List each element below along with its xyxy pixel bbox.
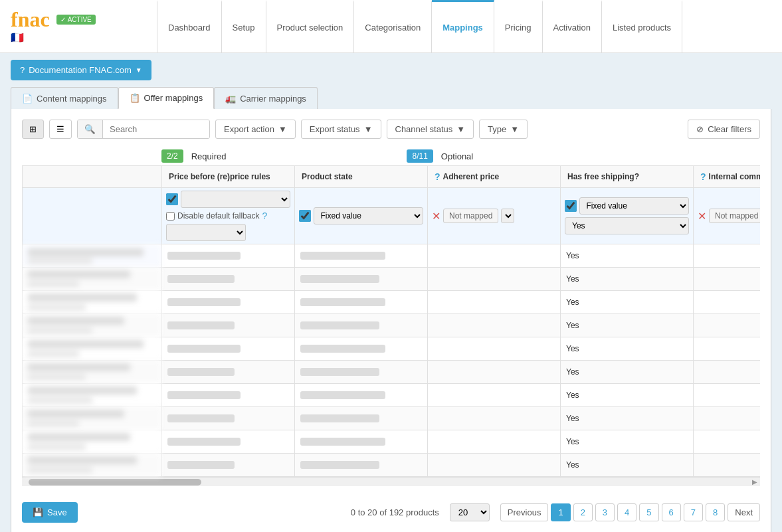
save-button[interactable]: 💾 Save (22, 502, 78, 523)
row-shipping-cell: Yes (561, 314, 694, 337)
filter-internal-comment-cell: ✕ Not mapped (694, 188, 761, 244)
filter-row: Disable default fallback ? (23, 188, 761, 244)
nav-tab-pricing[interactable]: Pricing (494, 0, 543, 52)
product-state-select[interactable]: Fixed value (314, 207, 423, 224)
internal-comment-x-icon[interactable]: ✕ (698, 210, 706, 222)
row-comment-cell (694, 430, 761, 454)
page-7-button[interactable]: 7 (684, 503, 703, 521)
previous-button[interactable]: Previous (500, 503, 549, 521)
offer-icon: 📋 (130, 93, 140, 103)
th-free-shipping: Has free shipping? (561, 166, 694, 188)
page-6-button[interactable]: 6 (662, 503, 681, 521)
row-adherent-cell (428, 337, 561, 361)
next-button[interactable]: Next (728, 503, 760, 521)
adherent-price-dropdown[interactable]: ▼ (501, 209, 514, 223)
scroll-bar[interactable]: ▶ (22, 477, 760, 486)
content-icon: 📄 (22, 94, 33, 104)
price-before-select[interactable] (181, 191, 290, 208)
nav-tab-product-selection[interactable]: Product selection (266, 0, 355, 52)
page-8-button[interactable]: 8 (706, 503, 725, 521)
page-size-select[interactable]: 20 50 100 (450, 503, 490, 521)
table-row: Yes (23, 454, 761, 477)
scroll-thumb[interactable] (29, 479, 201, 486)
carrier-icon: 🚛 (225, 94, 236, 104)
filter-product-cell (23, 188, 162, 244)
table-row: Yes (23, 430, 761, 454)
row-state-cell (295, 268, 428, 291)
price-before-extra-select[interactable] (166, 224, 246, 241)
page-4-button[interactable]: 4 (617, 503, 636, 521)
search-icon-button[interactable]: 🔍 (78, 120, 103, 138)
table-row: Yes (23, 244, 761, 268)
row-product-cell (23, 361, 162, 384)
nav-tab-mappings[interactable]: Mappings (432, 0, 494, 52)
product-state-checkbox[interactable] (299, 209, 311, 222)
internal-help-icon[interactable]: ? (700, 171, 706, 182)
required-badge: 2/2 (161, 149, 183, 163)
row-price-cell (162, 384, 295, 407)
section-badges: 2/2 Required 8/11 Optional (161, 149, 760, 163)
row-product-cell (23, 384, 162, 407)
th-free-shipping-label: Has free shipping? (567, 172, 639, 181)
row-product-cell (23, 337, 162, 361)
row-adherent-cell (428, 268, 561, 291)
type-button[interactable]: Type ▼ (479, 120, 528, 139)
clear-filters-button[interactable]: ⊘ Clear filters (688, 120, 760, 139)
free-shipping-checkbox[interactable] (565, 199, 577, 213)
row-comment-cell (694, 361, 761, 384)
list-view-button[interactable]: ☰ (49, 120, 72, 139)
page-2-button[interactable]: 2 (573, 503, 593, 521)
adherent-price-x-icon[interactable]: ✕ (432, 210, 440, 222)
adherent-price-not-mapped: Not mapped (443, 209, 498, 223)
filter-free-shipping-cell: Fixed value Yes (561, 188, 694, 244)
row-price-cell (162, 244, 295, 268)
row-state-cell (295, 454, 428, 477)
nav-tab-activation[interactable]: Activation (543, 0, 602, 52)
row-comment-cell (694, 291, 761, 314)
pagination-controls: 0 to 20 of 192 products 20 50 100 Previo… (351, 503, 760, 521)
search-input[interactable] (103, 120, 209, 138)
row-price-cell (162, 454, 295, 477)
mapping-tab-content[interactable]: 📄 Content mappings (11, 87, 118, 109)
row-shipping-cell: Yes (561, 384, 694, 407)
price-before-checkbox[interactable] (166, 193, 178, 206)
page-3-button[interactable]: 3 (595, 503, 615, 521)
row-state-cell (295, 407, 428, 430)
export-status-button[interactable]: Export status ▼ (301, 120, 381, 139)
brand-area: fnac ACTIVE 🇫🇷 (11, 9, 157, 44)
export-status-label: Export status (310, 124, 360, 134)
nav-tab-listed-products[interactable]: Listed products (602, 0, 682, 52)
row-product-cell (23, 314, 162, 337)
disable-fallback-checkbox[interactable] (166, 212, 175, 221)
grid-view-button[interactable]: ⊞ (22, 120, 44, 139)
nav-tab-categorisation[interactable]: Categorisation (354, 0, 432, 52)
page-1-button[interactable]: 1 (551, 503, 570, 521)
row-shipping-cell: Yes (561, 430, 694, 454)
fallback-help-icon[interactable]: ? (262, 211, 267, 221)
free-shipping-value-select[interactable]: Yes (565, 217, 689, 234)
sub-header: ? Documentation FNAC.com ▼ (0, 53, 782, 87)
disable-fallback-row: Disable default fallback ? (166, 211, 290, 221)
row-adherent-cell (428, 291, 561, 314)
nav-tab-dashboard[interactable]: Dashboard (157, 0, 222, 52)
adherent-help-icon[interactable]: ? (435, 171, 440, 182)
filter-adherent-price-cell: ✕ Not mapped ▼ (428, 188, 561, 244)
free-shipping-select[interactable]: Fixed value (579, 197, 689, 215)
mapping-tab-carrier[interactable]: 🚛 Carrier mappings (214, 87, 318, 109)
question-icon: ? (20, 65, 25, 75)
save-label: Save (47, 507, 67, 517)
type-label: Type (488, 124, 506, 134)
export-action-button[interactable]: Export action ▼ (215, 120, 296, 139)
row-price-cell (162, 430, 295, 454)
row-comment-cell (694, 244, 761, 268)
channel-status-button[interactable]: Channel status ▼ (387, 120, 474, 139)
row-adherent-cell (428, 244, 561, 268)
optional-label: Optional (441, 151, 473, 161)
doc-button[interactable]: ? Documentation FNAC.com ▼ (11, 60, 151, 80)
row-product-cell (23, 291, 162, 314)
nav-tab-setup[interactable]: Setup (222, 0, 266, 52)
page-5-button[interactable]: 5 (639, 503, 658, 521)
row-state-cell (295, 314, 428, 337)
mapping-tab-offer[interactable]: 📋 Offer mappings (118, 87, 215, 109)
page-buttons: Previous 1 2 3 4 5 6 7 8 Next (500, 503, 760, 521)
